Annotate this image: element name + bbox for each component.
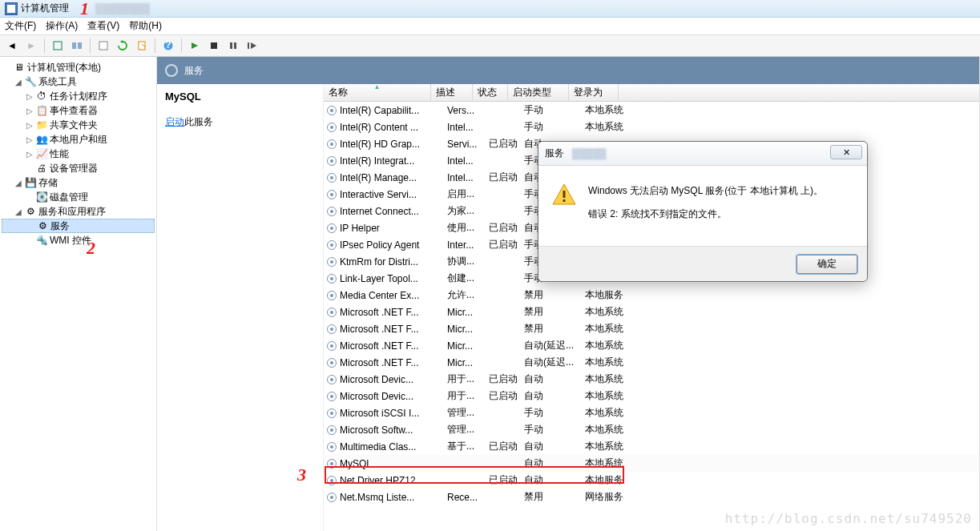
service-icon <box>325 356 338 369</box>
panel-header: 服务 <box>157 57 979 84</box>
cell-desc: 创建... <box>447 272 489 285</box>
service-row[interactable]: Intel(R) Capabilit...Vers...手动本地系统 <box>324 102 979 119</box>
detail-pane: MySQL 启动此服务 <box>157 84 324 531</box>
tree-item-9[interactable]: 💽磁盘管理 <box>2 190 155 204</box>
service-row[interactable]: Net Driver HPZ12已启动自动本地服务 <box>324 472 979 489</box>
service-icon <box>325 188 338 201</box>
tree-twist-icon[interactable]: ▷ <box>24 92 35 101</box>
cell-logon: 本地系统 <box>585 322 635 336</box>
service-row[interactable]: Multimedia Clas...基于...已启动自动本地系统 <box>324 438 979 455</box>
dialog-titlebar[interactable]: 服务 █████ ✕ <box>538 142 867 166</box>
cell-logon: 本地服务 <box>585 473 635 487</box>
ok-button[interactable]: 确定 <box>797 255 857 274</box>
service-icon <box>325 340 338 352</box>
service-row[interactable]: Microsoft .NET F...Micr...禁用本地系统 <box>324 320 979 337</box>
service-row[interactable]: Microsoft Softw...管理...手动本地系统 <box>324 421 979 438</box>
tree-item-11[interactable]: ⚙服务 <box>2 219 155 233</box>
show-hide-button[interactable] <box>68 38 86 54</box>
tree-item-0[interactable]: 🖥计算机管理(本地) <box>2 60 155 74</box>
tree-node-icon: 🖨 <box>35 162 48 175</box>
service-row[interactable]: Microsoft Devic...用于...已启动自动本地系统 <box>324 388 979 404</box>
error-dialog: 服务 █████ ✕ Windows 无法启动 MySQL 服务(位于 本地计算… <box>538 141 868 282</box>
up-button[interactable] <box>49 38 67 54</box>
tree-item-6[interactable]: ▷📈性能 <box>2 147 155 161</box>
cell-name: Internet Connect... <box>340 206 447 217</box>
svg-rect-11 <box>563 191 566 198</box>
cell-logon: 本地系统 <box>585 103 635 117</box>
tree-item-10[interactable]: ◢⚙服务和应用程序 <box>2 204 155 219</box>
svg-rect-0 <box>54 42 62 50</box>
cell-name: Net Driver HPZ12 <box>340 475 447 486</box>
tree-item-7[interactable]: 🖨设备管理器 <box>2 161 155 175</box>
gear-icon <box>165 64 178 77</box>
service-row[interactable]: Microsoft iSCSI I...管理...手动本地系统 <box>324 404 979 421</box>
column-headers[interactable]: 名称▲ 描述 状态 启动类型 登录为 <box>324 84 979 102</box>
titlebar-blur: ████████ <box>95 3 150 14</box>
service-row[interactable]: Microsoft .NET F...Micr...禁用本地系统 <box>324 304 979 320</box>
help-button[interactable]: ? <box>159 38 177 54</box>
service-row[interactable]: Intel(R) Content ...Intel...手动本地系统 <box>324 119 979 135</box>
nav-tree[interactable]: 🖥计算机管理(本地)◢🔧系统工具▷⏱任务计划程序▷📋事件查看器▷📁共享文件夹▷👥… <box>0 57 157 531</box>
export-button[interactable] <box>133 38 151 54</box>
tree-twist-icon[interactable]: ◢ <box>13 207 24 216</box>
start-service-link[interactable]: 启动 <box>165 116 184 127</box>
tree-item-4[interactable]: ▷📁共享文件夹 <box>2 118 155 132</box>
play-button[interactable] <box>186 38 204 54</box>
menu-action[interactable]: 操作(A) <box>46 19 78 33</box>
service-row[interactable]: Net.Msmq Liste...Rece...禁用网络服务 <box>324 489 979 505</box>
tree-item-8[interactable]: ◢💾存储 <box>2 175 155 190</box>
service-row[interactable]: Microsoft Devic...用于...已启动自动本地系统 <box>324 371 979 388</box>
service-row[interactable]: Media Center Ex...允许...禁用本地服务 <box>324 287 979 304</box>
svg-rect-12 <box>563 199 566 202</box>
tree-item-2[interactable]: ▷⏱任务计划程序 <box>2 89 155 103</box>
tree-node-icon: 🔩 <box>35 234 48 247</box>
properties-button[interactable] <box>95 38 112 54</box>
tree-node-icon: 👥 <box>35 133 48 146</box>
pause-button[interactable] <box>224 38 242 54</box>
menubar[interactable]: 文件(F) 操作(A) 查看(V) 帮助(H) <box>0 18 980 35</box>
cell-desc: 基于... <box>447 440 489 453</box>
cell-name: Microsoft .NET F... <box>340 340 447 352</box>
cell-startup: 手动 <box>524 103 585 117</box>
tree-node-icon: 📋 <box>35 104 48 117</box>
tree-item-1[interactable]: ◢🔧系统工具 <box>2 74 155 89</box>
service-row[interactable]: MySQL自动本地系统 <box>324 455 979 472</box>
tree-item-3[interactable]: ▷📋事件查看器 <box>2 103 155 118</box>
cell-name: Microsoft Softw... <box>340 424 447 436</box>
menu-file[interactable]: 文件(F) <box>5 19 36 33</box>
tree-twist-icon[interactable]: ▷ <box>24 107 35 115</box>
tree-twist-icon[interactable]: ▷ <box>24 150 35 159</box>
cell-desc: Vers... <box>447 105 489 116</box>
tree-item-12[interactable]: 🔩WMI 控件 <box>2 233 155 247</box>
cell-startup: 自动 <box>524 473 585 487</box>
tree-label: 计算机管理(本地) <box>27 61 101 74</box>
cell-name: Microsoft Devic... <box>340 374 447 385</box>
cell-logon: 网络服务 <box>585 490 635 504</box>
tree-twist-icon[interactable]: ▷ <box>24 135 35 144</box>
tree-label: 本地用户和组 <box>50 133 107 147</box>
back-button[interactable]: ◄ <box>3 38 21 54</box>
tree-twist-icon[interactable]: ▷ <box>24 121 35 130</box>
forward-button[interactable]: ► <box>22 38 40 54</box>
tree-twist-icon[interactable]: ◢ <box>13 78 24 86</box>
close-icon[interactable]: ✕ <box>830 145 862 159</box>
restart-button[interactable] <box>244 38 261 54</box>
cell-status: 已启动 <box>489 238 524 251</box>
tree-node-icon: 🖥 <box>13 61 26 74</box>
tree-twist-icon[interactable]: ◢ <box>13 179 24 187</box>
col-status[interactable]: 状态 <box>473 84 508 101</box>
col-desc[interactable]: 描述 <box>431 84 473 101</box>
service-row[interactable]: Microsoft .NET F...Micr...自动(延迟...本地系统 <box>324 354 979 371</box>
col-logon[interactable]: 登录为 <box>569 84 619 101</box>
tree-item-5[interactable]: ▷👥本地用户和组 <box>2 132 155 147</box>
cell-name: Microsoft iSCSI I... <box>340 408 447 419</box>
col-name[interactable]: 名称▲ <box>324 84 431 101</box>
service-row[interactable]: Microsoft .NET F...Micr...自动(延迟...本地系统 <box>324 337 979 354</box>
refresh-button[interactable] <box>114 38 131 54</box>
menu-view[interactable]: 查看(V) <box>87 19 119 33</box>
col-startup[interactable]: 启动类型 <box>508 84 569 101</box>
cell-startup: 自动 <box>524 389 585 403</box>
stop-button[interactable] <box>205 38 223 54</box>
cell-name: Microsoft .NET F... <box>340 357 447 368</box>
menu-help[interactable]: 帮助(H) <box>129 19 162 33</box>
